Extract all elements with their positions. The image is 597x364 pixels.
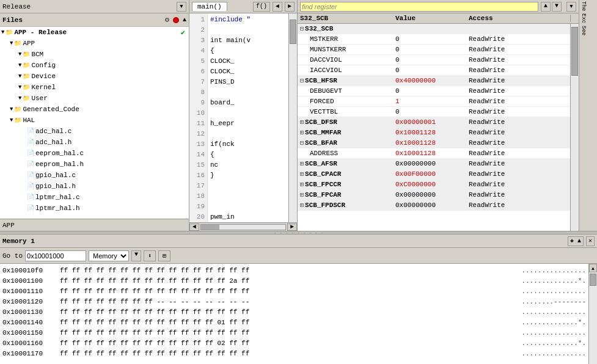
panel-dropdown-button[interactable]: ▼: [177, 2, 186, 12]
file-icon: 📄: [27, 150, 34, 157]
code-h-scrollbar[interactable]: [200, 224, 286, 230]
line-numbers: 1234567891011121314151617181920: [189, 13, 208, 222]
scroll-up-icon[interactable]: ▲: [183, 16, 186, 23]
register-row[interactable]: ADDRESS0x10001128ReadWrite: [298, 148, 570, 159]
register-panel-dropdown[interactable]: ▼: [566, 2, 576, 12]
tree-expand-icon[interactable]: ▼: [18, 84, 21, 90]
tree-expand-icon[interactable]: ▼: [10, 106, 13, 112]
tree-item[interactable]: ▼📁Generated_Code: [0, 104, 189, 115]
tree-item[interactable]: 📄gpio_hal.c: [0, 170, 189, 181]
tree-item[interactable]: 📄adc_hal.c: [0, 126, 189, 137]
expand-icon[interactable]: ⊞: [300, 202, 304, 209]
memory-pin-button[interactable]: ◈ ▲: [568, 236, 584, 246]
memory-scroll-track[interactable]: [589, 272, 597, 364]
tree-item[interactable]: 📄lptmr_hal.c: [0, 192, 189, 203]
memory-bytes: ff ff ff ff ff ff ff ff ff ff ff ff ff f…: [60, 350, 511, 357]
memory-close-button[interactable]: ✕: [586, 236, 595, 246]
memory-select-button[interactable]: ▼: [131, 250, 141, 261]
register-search-input[interactable]: [300, 2, 538, 12]
far-right-item-3[interactable]: See: [581, 26, 596, 35]
tree-expand-icon[interactable]: ▼: [18, 95, 21, 101]
red-dot-icon[interactable]: [173, 17, 179, 23]
register-row[interactable]: ⊞SCB_FPCCR0xC0000000ReadWrite: [298, 180, 570, 190]
memory-icon-btn-2[interactable]: ⊞: [158, 250, 170, 261]
nav-func-btn[interactable]: f(): [253, 2, 270, 12]
collapse-icon[interactable]: ⊟: [300, 26, 304, 32]
scroll-left-btn[interactable]: ◄: [189, 224, 199, 231]
register-row[interactable]: MUNSTKERR0ReadWrite: [298, 45, 570, 55]
register-row[interactable]: ⊞SCB_DFSR0x00000001ReadWrite: [298, 117, 570, 128]
tree-item[interactable]: ▼📁User: [0, 93, 189, 104]
register-row[interactable]: FORCED1ReadWrite: [298, 96, 570, 107]
memory-scrollbar[interactable]: ▲ ▼: [588, 264, 597, 364]
memory-scroll-up-arrow[interactable]: ▲: [589, 264, 597, 272]
goto-input[interactable]: [25, 250, 86, 261]
tree-item[interactable]: ▼📁Kernel: [0, 82, 189, 93]
code-h-thumb[interactable]: [201, 225, 219, 230]
register-scrollbar[interactable]: [570, 24, 579, 231]
register-row[interactable]: VECTTBL0ReadWrite: [298, 107, 570, 117]
nav-right-btn[interactable]: ►: [285, 2, 295, 12]
collapse-icon[interactable]: ⊟: [300, 140, 304, 147]
code-scrollbar[interactable]: [288, 13, 297, 222]
reg-col-value-header: Value: [395, 15, 469, 22]
far-right-item-2[interactable]: Exc: [581, 13, 596, 23]
register-value: 0: [395, 46, 469, 53]
register-row[interactable]: MSTKERR0ReadWrite: [298, 34, 570, 45]
memory-icon-btn-1[interactable]: ⬇: [144, 250, 156, 261]
code-scroll-thumb[interactable]: [290, 20, 296, 44]
tree-item[interactable]: ▼📁Config: [0, 60, 189, 71]
register-row[interactable]: ⊟SCB_HFSR0x40000000ReadWrite: [298, 76, 570, 86]
register-row[interactable]: ⊟SCB_BFAR0x10001128ReadWrite: [298, 138, 570, 148]
reg-scroll-thumb[interactable]: [571, 27, 578, 76]
expand-icon[interactable]: ⊞: [300, 171, 304, 178]
tree-item[interactable]: 📄lptmr_hal.h: [0, 203, 189, 214]
tree-expand-icon[interactable]: ▼: [18, 51, 21, 57]
tree-item[interactable]: 📄eeprom_hal.h: [0, 159, 189, 170]
tree-item[interactable]: ▼📁HAL: [0, 115, 189, 126]
tree-expand-icon[interactable]: ▼: [18, 73, 21, 79]
expand-icon[interactable]: ⊞: [300, 119, 304, 126]
tree-item[interactable]: ▼📁APP: [0, 38, 189, 49]
code-tab[interactable]: main(): [192, 2, 227, 11]
tree-expand-icon[interactable]: ▼: [10, 40, 13, 46]
expand-icon[interactable]: ⊞: [300, 192, 304, 198]
expand-icon[interactable]: ⊞: [300, 129, 304, 136]
code-scroll-track[interactable]: [289, 13, 297, 222]
tree-expand-icon[interactable]: ▼: [10, 117, 13, 123]
tree-item[interactable]: 📄eeprom_hal.c: [0, 148, 189, 159]
tree-item[interactable]: ▼📁Device: [0, 71, 189, 82]
expand-icon[interactable]: ⊞: [300, 161, 304, 167]
register-row[interactable]: ⊞SCB_MMFAR0x10001128ReadWrite: [298, 128, 570, 138]
register-row[interactable]: ⊞SCB_CPACR0x00F00000ReadWrite: [298, 169, 570, 180]
code-line: CLOCK_: [210, 67, 288, 77]
register-row[interactable]: ⊟S32_SCB: [298, 24, 570, 34]
tree-item[interactable]: 📄adc_hal.h: [0, 137, 189, 148]
code-content[interactable]: #include " int main(v{ CLOCK_ CLOCK_ PIN…: [208, 13, 288, 222]
memory-type-dropdown[interactable]: Memory: [89, 250, 129, 261]
tree-item[interactable]: ▼📁APP - Release✔: [0, 27, 189, 38]
code-line: [210, 87, 288, 98]
code-line: CLOCK_: [210, 56, 288, 67]
expand-icon[interactable]: ⊞: [300, 181, 304, 188]
collapse-icon[interactable]: ⊟: [300, 78, 304, 84]
register-row[interactable]: DEBUGEVT0ReadWrite: [298, 86, 570, 96]
register-row[interactable]: DACCVIOL0ReadWrite: [298, 55, 570, 65]
register-access: ReadWrite: [469, 108, 570, 115]
tree-expand-icon[interactable]: ▼: [1, 29, 4, 35]
gear-icon[interactable]: ⚙: [165, 15, 169, 24]
reg-search-down-button[interactable]: ▼: [552, 2, 562, 12]
reg-search-button[interactable]: ▲: [541, 2, 551, 12]
register-row[interactable]: ⊞SCB_FPCAR0x00000000ReadWrite: [298, 190, 570, 200]
nav-left-btn[interactable]: ◄: [273, 2, 282, 12]
far-right-item-1[interactable]: The: [581, 1, 596, 11]
register-row[interactable]: ⊞SCB_AFSR0x00000000ReadWrite: [298, 159, 570, 169]
tree-item[interactable]: ▼📁BCM: [0, 49, 189, 60]
reg-scroll-track[interactable]: [571, 24, 579, 231]
register-row[interactable]: IACCVIOL0ReadWrite: [298, 65, 570, 76]
memory-row: 0x10001110ff ff ff ff ff ff ff ff ff ff …: [2, 286, 586, 296]
memory-scroll-thumb[interactable]: [590, 274, 596, 286]
tree-expand-icon[interactable]: ▼: [18, 62, 21, 68]
register-row[interactable]: ⊞SCB_FPDSCR0x00000000ReadWrite: [298, 200, 570, 211]
tree-item[interactable]: 📄gpio_hal.h: [0, 181, 189, 192]
